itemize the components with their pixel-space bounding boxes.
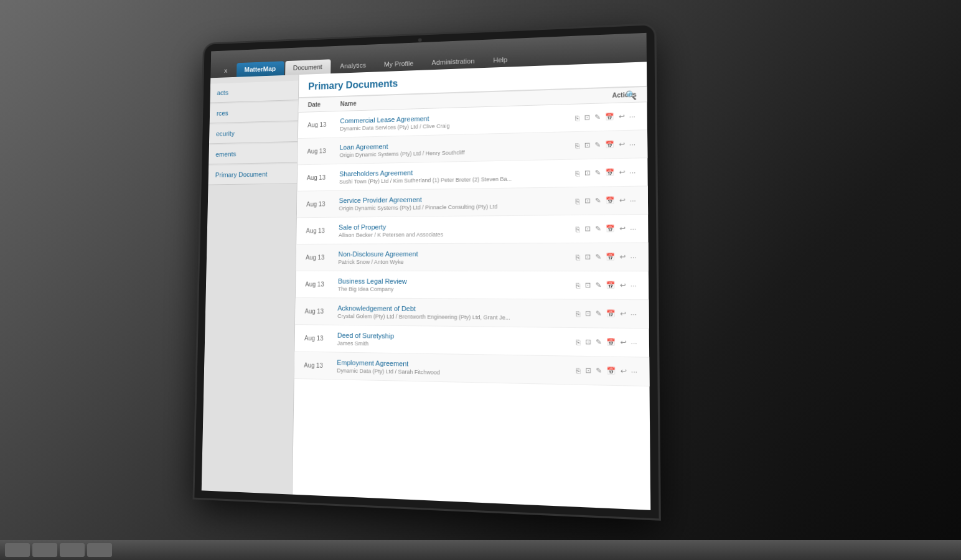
share-icon[interactable]: ↩ — [619, 280, 627, 291]
calendar-icon[interactable]: 📅 — [604, 195, 616, 207]
share-icon[interactable]: ↩ — [618, 251, 627, 263]
nav-tab-myprofile[interactable]: My Profile — [375, 55, 422, 72]
content-area: Primary Documents Date Name Actions 🔍 — [293, 62, 650, 510]
calendar-icon[interactable]: 📅 — [604, 139, 616, 151]
row-actions: ⎘ ⊡ ✎ 📅 ↩ ··· — [565, 167, 637, 179]
screen-inner: x MatterMap Document Analytics My Profil… — [202, 33, 651, 510]
more-icon[interactable]: ··· — [629, 223, 637, 234]
copy-icon[interactable]: ⎘ — [574, 224, 581, 234]
share-icon[interactable]: ↩ — [619, 308, 627, 319]
taskbar-item-3[interactable] — [60, 543, 85, 557]
edit-icon[interactable]: ✎ — [594, 280, 602, 291]
edit-icon[interactable]: ✎ — [594, 308, 602, 319]
more-icon[interactable]: ··· — [629, 309, 638, 319]
row-doc-info: Non-Disclosure Agreement Patrick Snow / … — [338, 250, 565, 265]
sidebar-item-security[interactable]: ecurity — [209, 122, 298, 144]
edit-icon[interactable]: ✎ — [594, 195, 602, 207]
calendar-icon[interactable]: 📅 — [605, 337, 617, 348]
edit-icon[interactable]: ✎ — [594, 223, 602, 235]
more-icon[interactable]: ··· — [629, 280, 638, 291]
doc-name-link[interactable]: Acknowledgement of Debt — [337, 304, 565, 314]
share-icon[interactable]: ↩ — [619, 366, 627, 377]
edit-icon[interactable]: ✎ — [594, 365, 603, 376]
doc-parties: Crystal Golem (Pty) Ltd / Brentworth Eng… — [337, 313, 565, 321]
calendar-icon[interactable]: 📅 — [604, 251, 616, 263]
calendar-icon[interactable]: 📅 — [604, 308, 616, 319]
row-actions: ⎘ ⊡ ✎ 📅 ↩ ··· — [565, 223, 637, 234]
nav-tab-help[interactable]: Help — [484, 52, 516, 68]
download-icon[interactable]: ⊡ — [583, 140, 591, 151]
edit-icon[interactable]: ✎ — [593, 112, 602, 123]
download-icon[interactable]: ⊡ — [583, 195, 592, 207]
nav-tab-analytics[interactable]: Analytics — [332, 57, 375, 73]
doc-parties: Origin Dynamic Systems (Pty) Ltd / Pinna… — [339, 202, 565, 211]
copy-icon[interactable]: ⎘ — [574, 140, 581, 150]
taskbar-item-1[interactable] — [5, 543, 30, 557]
row-date: Aug 13 — [307, 121, 340, 128]
row-date: Aug 13 — [305, 281, 338, 288]
sidebar-item-acts[interactable]: acts — [210, 81, 298, 103]
nav-tab-mattermap[interactable]: MatterMap — [237, 61, 284, 77]
doc-parties: The Big Idea Company — [338, 286, 565, 293]
more-icon[interactable]: ··· — [628, 167, 637, 177]
copy-icon[interactable]: ⎘ — [574, 280, 582, 291]
download-icon[interactable]: ⊡ — [583, 167, 592, 179]
copy-icon[interactable]: ⎘ — [574, 308, 582, 319]
table-row: Aug 13 Employment Agreement Dynamic Data… — [294, 352, 650, 386]
sidebar-item-primary-doc[interactable]: Primary Document — [209, 164, 298, 185]
table-row: Aug 13 Acknowledgement of Debt Crystal G… — [295, 298, 649, 329]
edit-icon[interactable]: ✎ — [593, 167, 602, 179]
row-doc-info: Acknowledgement of Debt Crystal Golem (P… — [337, 304, 565, 321]
nav-tab-document[interactable]: Document — [285, 59, 330, 75]
sidebar-item-ements[interactable]: ements — [209, 143, 298, 165]
copy-icon[interactable]: ⎘ — [574, 168, 581, 178]
calendar-icon[interactable]: 📅 — [604, 167, 616, 179]
share-icon[interactable]: ↩ — [619, 337, 627, 348]
doc-name-link[interactable]: Sale of Property — [339, 222, 565, 231]
calendar-icon[interactable]: 📅 — [604, 111, 616, 123]
document-table: Date Name Actions 🔍 Aug 13 Commercial Le… — [293, 87, 650, 510]
more-icon[interactable]: ··· — [628, 139, 637, 149]
taskbar-item-2[interactable] — [32, 543, 57, 557]
search-icon[interactable]: 🔍 — [625, 90, 636, 100]
download-icon[interactable]: ⊡ — [584, 308, 593, 319]
share-icon[interactable]: ↩ — [617, 139, 626, 150]
copy-icon[interactable]: ⎘ — [574, 252, 581, 262]
calendar-icon[interactable]: 📅 — [604, 223, 616, 235]
taskbar — [0, 540, 961, 560]
share-icon[interactable]: ↩ — [618, 195, 627, 206]
doc-parties: Patrick Snow / Anton Wyke — [338, 258, 565, 264]
sidebar-item-rces[interactable]: rces — [210, 101, 298, 123]
taskbar-item-4[interactable] — [87, 543, 112, 557]
doc-name-link[interactable]: Business Legal Review — [338, 277, 565, 285]
nav-tab-x[interactable]: x — [216, 63, 235, 78]
download-icon[interactable]: ⊡ — [584, 365, 593, 376]
calendar-icon[interactable]: 📅 — [605, 365, 617, 376]
share-icon[interactable]: ↩ — [618, 223, 627, 235]
edit-icon[interactable]: ✎ — [594, 337, 603, 348]
share-icon[interactable]: ↩ — [617, 111, 626, 122]
doc-name: Non-Disclosure Agreement — [338, 250, 565, 258]
row-actions: ⎘ ⊡ ✎ 📅 ↩ ··· — [565, 336, 638, 348]
copy-icon[interactable]: ⎘ — [574, 113, 581, 123]
more-icon[interactable]: ··· — [629, 195, 637, 206]
row-actions: ⎘ ⊡ ✎ 📅 ↩ ··· — [565, 111, 636, 123]
more-icon[interactable]: ··· — [628, 111, 637, 122]
more-icon[interactable]: ··· — [629, 252, 637, 263]
copy-icon[interactable]: ⎘ — [574, 365, 582, 376]
row-doc-info: Business Legal Review The Big Idea Compa… — [338, 277, 565, 292]
download-icon[interactable]: ⊡ — [584, 337, 593, 348]
download-icon[interactable]: ⊡ — [583, 112, 591, 123]
edit-icon[interactable]: ✎ — [593, 139, 602, 151]
more-icon[interactable]: ··· — [630, 366, 639, 376]
download-icon[interactable]: ⊡ — [583, 223, 592, 235]
share-icon[interactable]: ↩ — [617, 167, 626, 178]
calendar-icon[interactable]: 📅 — [604, 280, 616, 291]
edit-icon[interactable]: ✎ — [594, 251, 602, 263]
download-icon[interactable]: ⊡ — [583, 251, 592, 263]
copy-icon[interactable]: ⎘ — [574, 337, 582, 347]
download-icon[interactable]: ⊡ — [583, 280, 592, 291]
laptop-screen: x MatterMap Document Analytics My Profil… — [194, 25, 659, 518]
copy-icon[interactable]: ⎘ — [574, 196, 581, 206]
more-icon[interactable]: ··· — [629, 337, 638, 348]
